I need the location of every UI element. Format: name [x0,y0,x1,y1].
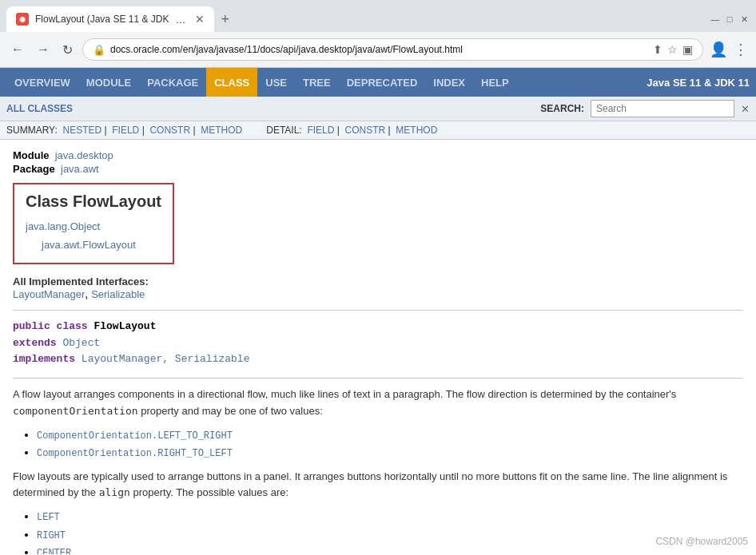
browser-chrome: ◉ FlowLayout (Java SE 11 & JDK … ✕ + — □… [0,0,756,68]
nav-index[interactable]: INDEX [425,68,473,97]
summary-bar: SUMMARY: NESTED | FIELD | CONSTR | METHO… [0,121,756,140]
profile-icon[interactable]: 👤 [710,41,727,58]
java-version-label: Java SE 11 & JDK 11 [647,77,750,89]
nav-deprecated[interactable]: DEPRECATED [339,68,426,97]
search-input[interactable] [591,100,734,117]
summary-label: SUMMARY: [6,125,60,136]
detail-method[interactable]: METHOD [396,125,437,136]
interfaces-links: LayoutManager, Serializable [13,287,743,300]
address-bar: ← → ↻ 🔒 docs.oracle.com/en/java/javase/1… [0,32,756,67]
reader-icon[interactable]: ▣ [682,43,693,56]
interface-serializable[interactable]: Serializable [91,288,145,300]
class-title: Class FlowLayout [26,192,161,211]
maximize-button[interactable]: □ [724,14,735,25]
bullets-alignment: LEFT RIGHT CENTER LEADING TRAILING [37,508,743,554]
class-name: FlowLayout [94,320,156,332]
nav-package[interactable]: PACKAGE [139,68,206,97]
nav-use[interactable]: USE [257,68,295,97]
separator-2 [13,378,743,379]
code-line-1: public class FlowLayout [13,319,743,335]
code-inline-2: align [99,486,130,498]
lock-icon: 🔒 [93,44,105,56]
module-label: Module [13,149,50,161]
url-bar[interactable]: 🔒 docs.oracle.com/en/java/javase/11/docs… [82,38,703,61]
inheritance-tree: java.lang.Object java.awt.FlowLayout [26,217,161,255]
interfaces-section: All Implemented Interfaces: LayoutManage… [13,276,743,300]
interfaces-label: All Implemented Interfaces: [13,276,743,287]
package-link[interactable]: java.awt [61,163,99,175]
align-left-link[interactable]: LEFT [37,512,60,523]
tab-favicon: ◉ [16,13,29,26]
minimize-button[interactable]: — [710,14,721,25]
code-inline-1: componentOrientation [13,405,138,417]
bookmark-icon[interactable]: ☆ [667,43,678,56]
extends-link: Object [62,337,100,349]
back-button[interactable]: ← [8,39,27,60]
url-text: docs.oracle.com/en/java/javase/11/docs/a… [110,44,648,55]
nav-module[interactable]: MODULE [78,68,139,97]
main-content: Module java.desktop Package java.awt Cla… [0,140,756,554]
description-2: Flow layouts are typically used to arran… [13,469,743,502]
summary-method[interactable]: METHOD [201,125,242,136]
nav-overview[interactable]: OVERVIEW [6,68,78,97]
search-clear-icon[interactable]: ✕ [741,103,750,115]
list-item: LEFT [37,508,743,525]
detail-field[interactable]: FIELD [307,125,334,136]
implements-link: LayoutManager, Serializable [82,353,250,365]
package-line: Package java.awt [13,163,743,175]
menu-icon[interactable]: ⋮ [734,41,748,58]
nav-tree[interactable]: TREE [295,68,339,97]
summary-field[interactable]: FIELD [112,125,139,136]
all-classes-link[interactable]: ALL CLASSES [6,103,73,114]
detail-label: DETAIL: [266,125,304,136]
url-actions: ⬆ ☆ ▣ [653,43,693,56]
search-area: SEARCH: ✕ [540,100,750,117]
inheritance-object[interactable]: java.lang.Object [26,217,161,236]
search-label: SEARCH: [540,103,584,114]
description-1: A flow layout arranges components in a d… [13,387,743,420]
tab-title: FlowLayout (Java SE 11 & JDK [35,14,169,25]
interface-layoutmanager[interactable]: LayoutManager [13,288,85,300]
module-link[interactable]: java.desktop [55,149,113,161]
forward-button[interactable]: → [34,39,53,60]
package-label: Package [13,163,55,175]
close-window-button[interactable]: ✕ [738,14,750,25]
code-block: public class FlowLayout extends Object i… [13,319,743,368]
all-classes-bar: ALL CLASSES SEARCH: ✕ [0,97,756,121]
align-center-link[interactable]: CENTER [37,548,71,554]
code-line-2: extends Object [13,335,743,352]
share-icon[interactable]: ⬆ [653,43,662,56]
class-box: Class FlowLayout java.lang.Object java.a… [13,183,174,264]
orientation-ltr-link[interactable]: ComponentOrientation.LEFT_TO_RIGHT [37,430,233,442]
orientation-rtl-link[interactable]: ComponentOrientation.RIGHT_TO_LEFT [37,448,233,459]
separator [13,310,743,311]
window-controls: — □ ✕ [710,14,750,25]
active-tab[interactable]: ◉ FlowLayout (Java SE 11 & JDK … ✕ [6,6,214,32]
list-item: ComponentOrientation.LEFT_TO_RIGHT [37,426,743,444]
module-line: Module java.desktop [13,149,743,161]
detail-constr[interactable]: CONSTR [345,125,386,136]
align-right-link[interactable]: RIGHT [37,530,66,541]
nav-help[interactable]: HELP [473,68,517,97]
code-line-3: implements LayoutManager, Serializable [13,351,743,368]
nav-class[interactable]: CLASS [206,68,257,97]
list-item: CENTER [37,544,743,554]
tab-bar: ◉ FlowLayout (Java SE 11 & JDK … ✕ + — □… [0,0,756,32]
watermark: CSDN @howard2005 [655,536,748,547]
summary-nested[interactable]: NESTED [62,125,101,136]
inheritance-flowlayout[interactable]: java.awt.FlowLayout [26,236,161,254]
bullets-orientation: ComponentOrientation.LEFT_TO_RIGHT Compo… [37,426,743,462]
refresh-button[interactable]: ↻ [59,39,76,61]
list-item: RIGHT [37,526,743,544]
new-tab-button[interactable]: + [214,8,236,31]
summary-constr[interactable]: CONSTR [149,125,190,136]
java-docs-navbar: OVERVIEW MODULE PACKAGE CLASS USE TREE D… [0,68,756,97]
tab-close-button[interactable]: ✕ [195,13,205,26]
list-item: ComponentOrientation.RIGHT_TO_LEFT [37,444,743,462]
